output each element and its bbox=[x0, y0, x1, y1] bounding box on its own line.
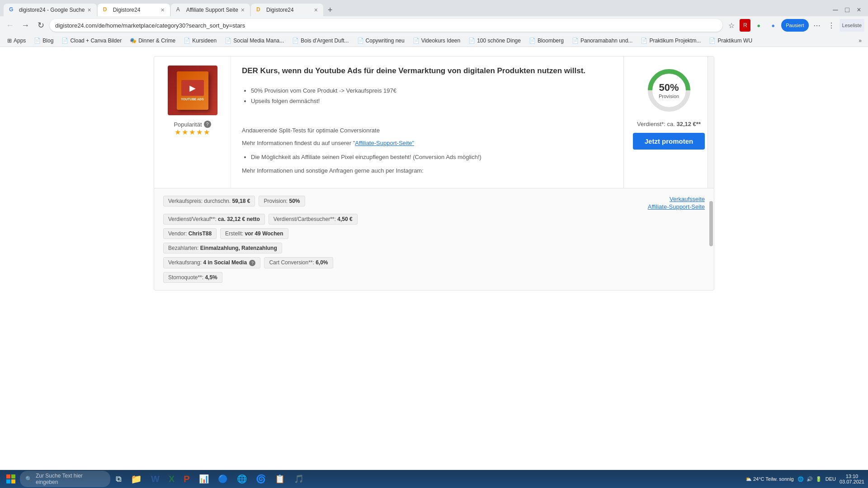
taskbar-chrome[interactable]: 🌐 bbox=[233, 472, 250, 486]
promote-button[interactable]: Jetzt promoten bbox=[633, 133, 705, 150]
browser-chrome: G digistore24 - Google Suche × D Digisto… bbox=[0, 0, 868, 47]
product-main-content: DER Kurs, wenn du Youtube Ads für deine … bbox=[231, 56, 623, 188]
bookmark-bois[interactable]: 📄 Bois d'Argent Duft... bbox=[288, 37, 352, 45]
bookmark-praktikum1[interactable]: 📄 Praktikum Projektm... bbox=[637, 37, 704, 45]
taskbar-explorer[interactable]: 📁 bbox=[127, 472, 146, 486]
minimize-button[interactable]: ─ bbox=[830, 5, 841, 15]
card-top: ▶ YOUTUBE ADS Popularität ? ★★★★★ bbox=[154, 56, 714, 188]
bookmark-kurs-label: Kursideen bbox=[192, 38, 217, 44]
bookmark-dinner[interactable]: 🎭 Dinner & Crime bbox=[126, 37, 179, 45]
tab-2-close[interactable]: × bbox=[160, 6, 164, 14]
bookmark-cload[interactable]: 📄 Cload + Canva Bilder bbox=[58, 37, 125, 45]
app8-icon: 📋 bbox=[275, 474, 285, 484]
bookmark-bois-label: Bois d'Argent Duft... bbox=[301, 38, 349, 44]
taskbar-app9[interactable]: 🎵 bbox=[290, 472, 307, 486]
bookmark-blog[interactable]: 📄 Blog bbox=[30, 37, 57, 45]
app9-icon: 🎵 bbox=[294, 474, 304, 484]
taskbar-powerpoint[interactable]: P bbox=[180, 472, 193, 486]
blog-icon: 📄 bbox=[34, 38, 41, 44]
spacer-1 bbox=[242, 114, 613, 121]
bookmark-apps[interactable]: ⊞ Apps bbox=[4, 37, 29, 45]
taskbar-app6[interactable]: 🔵 bbox=[214, 472, 231, 486]
maximize-button[interactable]: □ bbox=[842, 5, 853, 15]
tab-4-close[interactable]: × bbox=[314, 6, 318, 14]
profile-button[interactable]: Pausiert bbox=[781, 19, 808, 32]
badge-verdienst-cart: Verdienst/Cartbesucher**: 4,50 € bbox=[269, 214, 358, 225]
taskbar-weather: ⛅ 24°C Teilw. sonnig bbox=[745, 476, 794, 482]
reload-button[interactable]: ↻ bbox=[34, 19, 47, 32]
tab-4[interactable]: D Digistore24 × bbox=[251, 4, 323, 16]
start-button[interactable] bbox=[4, 472, 18, 486]
address-bar[interactable] bbox=[50, 19, 722, 32]
bookmark-100-label: 100 schöne Dinge bbox=[477, 38, 521, 44]
extension-button[interactable]: R bbox=[740, 19, 750, 32]
product-stars: ★★★★★ bbox=[174, 128, 211, 136]
bookmark-praktikum2[interactable]: 📄 Praktikum WU bbox=[705, 37, 756, 45]
svg-rect-3 bbox=[11, 474, 15, 479]
taskbar: 🔍 Zur Suche Text hier eingeben ⧉ 📁 W X P… bbox=[0, 470, 868, 488]
volume-icon: 🔊 bbox=[807, 476, 813, 482]
extension-button-2[interactable]: ● bbox=[752, 19, 765, 32]
bookmark-copy-label: Copywriting neu bbox=[366, 38, 405, 44]
product-title: DER Kurs, wenn du Youtube Ads für deine … bbox=[242, 66, 613, 76]
bookmark-copy[interactable]: 📄 Copywriting neu bbox=[354, 37, 408, 45]
popularity-help-icon[interactable]: ? bbox=[204, 121, 211, 128]
bookmark-video-label: Videokurs Ideen bbox=[421, 38, 461, 44]
product-card: ▶ YOUTUBE ADS Popularität ? ★★★★★ bbox=[154, 56, 714, 291]
verkaufsseite-link[interactable]: Verkaufsseite bbox=[670, 196, 705, 202]
profile-label: Pausiert bbox=[786, 23, 804, 28]
system-tray: 🌐 🔊 🔋 bbox=[797, 476, 822, 482]
taskbar-edge[interactable]: 🌀 bbox=[252, 472, 269, 486]
video-icon: 📄 bbox=[413, 38, 420, 44]
verkaufsrang-help-icon[interactable]: ? bbox=[249, 260, 255, 266]
taskbar-app5[interactable]: 📊 bbox=[195, 472, 212, 486]
tab-3[interactable]: A Affiliate Support Seite × bbox=[171, 4, 250, 16]
vendor-label: Vendor: bbox=[168, 230, 187, 237]
details-row-2: Verdienst/Verkauf**: ca. 32,12 € netto V… bbox=[163, 214, 705, 225]
taskbar-lang: DEU bbox=[826, 476, 836, 482]
tab-3-close[interactable]: × bbox=[241, 6, 245, 14]
taskbar-search-placeholder: Zur Suche Text hier eingeben bbox=[36, 473, 105, 485]
back-button[interactable]: ← bbox=[4, 19, 16, 32]
bezahlarten-label: Bezahlarten: bbox=[168, 245, 198, 251]
taskbar-excel[interactable]: X bbox=[165, 472, 178, 486]
more-bookmarks-button[interactable]: » bbox=[856, 37, 864, 45]
bookmark-bloomberg[interactable]: 📄 Bloomberg bbox=[525, 37, 567, 45]
taskbar-word[interactable]: W bbox=[147, 472, 163, 486]
reading-list-button[interactable]: Leseliste bbox=[840, 19, 864, 32]
taskbar-search[interactable]: 🔍 Zur Suche Text hier eingeben bbox=[20, 471, 110, 487]
tab-2[interactable]: D Digistore24 × bbox=[98, 4, 170, 16]
bookmark-100[interactable]: 📄 100 schöne Dinge bbox=[465, 37, 524, 45]
excel-icon: X bbox=[169, 474, 175, 484]
minimize-nav-button[interactable]: ⋯ bbox=[811, 19, 823, 32]
tab-1-close[interactable]: × bbox=[87, 6, 91, 14]
extension-button-3[interactable]: ● bbox=[767, 19, 779, 32]
instagram-text: Mehr Informationen und sonstige Anfragen… bbox=[242, 166, 613, 176]
vertical-scrollbar[interactable] bbox=[708, 56, 714, 188]
bookmark-kurs[interactable]: 📄 Kursideen bbox=[180, 37, 220, 45]
affiliate-support-link-inline[interactable]: Affiliate-Support-Seite" bbox=[355, 140, 414, 146]
forward-button[interactable]: → bbox=[19, 19, 32, 32]
bookmark-video[interactable]: 📄 Videokurs Ideen bbox=[409, 37, 464, 45]
tab-2-favicon: D bbox=[103, 6, 110, 14]
scrollbar-thumb[interactable] bbox=[709, 201, 713, 246]
praktikum2-icon: 📄 bbox=[709, 38, 716, 44]
info-text: Mehr Informationen findest du auf unsere… bbox=[242, 139, 613, 148]
taskbar-task-view[interactable]: ⧉ bbox=[112, 472, 125, 486]
detail-links: Verkaufsseite Affiliate-Support-Seite bbox=[632, 196, 705, 210]
new-tab-button[interactable]: + bbox=[324, 5, 336, 16]
bookmark-panorama[interactable]: 📄 Panoramabahn und... bbox=[568, 37, 636, 45]
close-button[interactable]: × bbox=[854, 5, 864, 15]
taskbar-app8[interactable]: 📋 bbox=[271, 472, 288, 486]
details-badges: Verkaufspreis: durchschn. 59,18 € Provis… bbox=[163, 196, 629, 206]
settings-nav-button[interactable]: ⋮ bbox=[825, 19, 838, 32]
powerpoint-icon: P bbox=[184, 474, 189, 484]
page-content: ▶ YOUTUBE ADS Popularität ? ★★★★★ bbox=[0, 47, 868, 470]
tab-1[interactable]: G digistore24 - Google Suche × bbox=[4, 4, 97, 16]
stornoquote-label: Stornoquote**: bbox=[168, 274, 203, 281]
provision-percent: 50% bbox=[659, 82, 679, 94]
bookmark-social[interactable]: 📄 Social Media Mana... bbox=[221, 37, 288, 45]
erstellt-label: Erstellt: bbox=[225, 230, 243, 237]
affiliate-support-seite-link[interactable]: Affiliate-Support-Seite bbox=[648, 203, 705, 210]
bookmark-star-button[interactable]: ☆ bbox=[725, 19, 738, 32]
